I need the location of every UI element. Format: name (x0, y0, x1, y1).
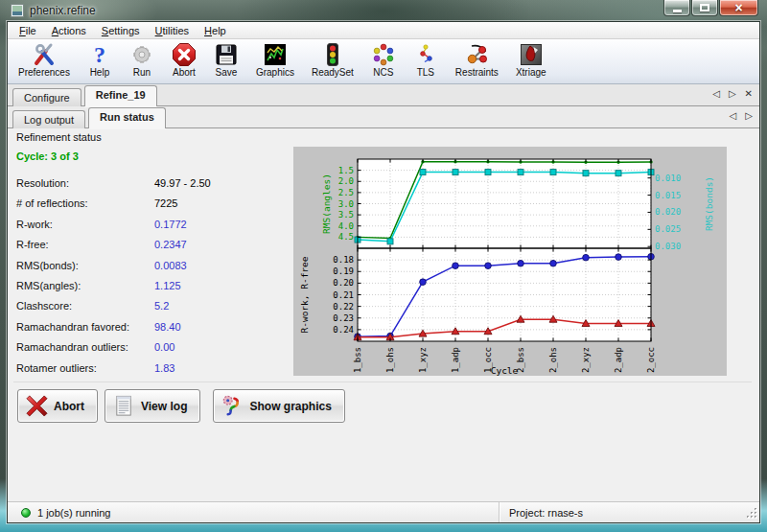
button-label: View log (141, 400, 187, 413)
field-value: 49.97 - 2.50 (154, 177, 211, 189)
svg-text:1_adp: 1_adp (451, 347, 460, 373)
field-label: R-work: (16, 219, 154, 230)
sub-tab-bar: Log outputRun status ◁ ▷ (8, 106, 759, 128)
tab-close-button[interactable]: ✕ (745, 89, 753, 99)
field-label: R-free: (16, 239, 154, 250)
field-value: 98.40 (154, 321, 181, 333)
menu-utilities[interactable]: Utilities (148, 23, 197, 38)
subtab-scroll-right-button[interactable]: ▷ (745, 111, 753, 121)
abort-x-icon (25, 394, 49, 418)
titlebar[interactable]: phenix.refine (0, 0, 767, 21)
svg-text:1.5: 1.5 (338, 166, 354, 175)
menu-file[interactable]: File (12, 23, 44, 38)
field-value: 0.00 (154, 341, 174, 353)
minimize-button[interactable] (663, 0, 690, 16)
toolbar-run-button[interactable]: Run (121, 41, 163, 79)
toolbar-tls-button[interactable]: TLS (405, 41, 447, 79)
field-row-resolution: Resolution:49.97 - 2.50 (16, 177, 290, 189)
close-button[interactable] (719, 0, 758, 16)
svg-text:Cycle: Cycle (491, 365, 519, 376)
field-row-of-reflections: # of reflections:7225 (16, 197, 290, 209)
status-bar: 1 job(s) running Project: rnase-s (8, 501, 759, 522)
svg-text:2.0: 2.0 (338, 176, 354, 186)
menu-help[interactable]: Help (197, 23, 234, 38)
viewlog-icon (112, 394, 136, 418)
graphics-icon (263, 42, 288, 67)
refinement-progress-chart: 1.52.02.53.03.54.04.50.0100.0150.0200.02… (293, 147, 727, 376)
subtab-scroll-left-button[interactable]: ◁ (730, 111, 737, 121)
tab-scroll-left-button[interactable]: ◁ (712, 89, 720, 99)
maximize-button[interactable] (691, 0, 718, 16)
svg-text:2_adp: 2_adp (614, 347, 623, 373)
tab-refine-19[interactable]: Refine_19 (84, 85, 157, 106)
toolbar-xtriage-button[interactable]: Xtriage (507, 41, 555, 79)
svg-text:R-work, R-free: R-work, R-free (299, 256, 310, 333)
toolbar-label: Help (90, 67, 110, 78)
field-label: # of reflections: (16, 197, 154, 209)
menu-settings[interactable]: Settings (94, 23, 148, 38)
svg-text:1_xyz: 1_xyz (418, 347, 428, 373)
field-value: 7225 (154, 197, 177, 209)
field-row-rotamer-outliers: Rotamer outliers:1.83 (16, 362, 290, 374)
toolbar-preferences-button[interactable]: Preferences (10, 41, 79, 79)
minimize-icon (673, 10, 682, 12)
button-label: Abort (54, 400, 84, 413)
field-label: Ramachandran favored: (16, 321, 154, 333)
field-value: 0.2347 (154, 239, 187, 250)
svg-text:3.0: 3.0 (338, 199, 354, 209)
toolbar-label: Save (216, 67, 238, 78)
toolbar-label: TLS (417, 67, 434, 78)
show-graphics-button[interactable]: Show graphics (213, 389, 344, 423)
field-row-ramachandran-favored: Ramachandran favored:98.40 (16, 321, 290, 333)
field-row-ramachandran-outliers: Ramachandran outliers:0.00 (16, 341, 290, 353)
toolbar-label: Xtriage (516, 67, 546, 78)
tab-scroll-right-button[interactable]: ▷ (729, 89, 736, 99)
sub-tab-controls: ◁ ▷ (730, 111, 753, 121)
svg-text:2_xyz: 2_xyz (581, 347, 591, 373)
abort-button[interactable]: Abort (17, 389, 98, 423)
menu-actions[interactable]: Actions (44, 23, 94, 38)
toolbar-graphics-button[interactable]: Graphics (247, 41, 303, 79)
window-controls (662, 0, 758, 16)
project-status-cell: Project: rnase-s (500, 502, 759, 522)
subtab-log-output[interactable]: Log output (12, 110, 85, 128)
field-row-r-work: R-work:0.1772 (16, 219, 290, 230)
toolbar-abort-button[interactable]: Abort (163, 41, 205, 79)
main-tab-bar: ConfigureRefine_19 ◁ ▷ ✕ (8, 84, 759, 106)
window-body: FileActionsSettingsUtilitiesHelp Prefere… (7, 21, 760, 523)
resize-grip[interactable] (746, 507, 758, 521)
job-running-indicator (21, 508, 31, 518)
svg-text:0.21: 0.21 (333, 290, 354, 300)
tls-icon (413, 42, 438, 67)
field-row-r-free: R-free:0.2347 (16, 239, 290, 250)
field-value: 1.125 (154, 280, 181, 291)
toolbar-restraints-button[interactable]: Restraints (447, 41, 507, 79)
field-label: Rotamer outliers: (16, 362, 154, 374)
field-value: 0.0083 (154, 260, 187, 271)
section-heading: Refinement status (16, 131, 102, 143)
toolbar-readyset-button[interactable]: ReadySet (303, 41, 362, 79)
main-tab-controls: ◁ ▷ ✕ (712, 89, 753, 99)
field-label: Ramachandran outliers: (16, 341, 154, 353)
toolbar-help-button[interactable]: ?Help (79, 41, 121, 79)
xtriage-icon (519, 42, 544, 67)
view-log-button[interactable]: View log (105, 389, 200, 423)
field-label: Resolution: (16, 177, 154, 189)
maximize-icon (700, 4, 709, 12)
svg-text:1_bss: 1_bss (353, 347, 362, 373)
field-value: 5.2 (154, 300, 169, 312)
ncs-icon (371, 42, 396, 67)
subtab-run-status[interactable]: Run status (88, 107, 166, 128)
action-button-row: AbortView logShow graphics (17, 389, 352, 423)
svg-text:0.20: 0.20 (333, 278, 354, 288)
panel-divider (13, 382, 752, 382)
svg-text:0.010: 0.010 (655, 173, 681, 183)
job-status-cell: 1 job(s) running (8, 502, 500, 522)
toolbar-save-button[interactable]: Save (205, 41, 247, 79)
toolbar-label: Run (133, 67, 151, 78)
svg-text:RMS(angles): RMS(angles) (321, 173, 332, 234)
toolbar-ncs-button[interactable]: NCS (362, 41, 405, 79)
svg-text:2_ohs: 2_ohs (548, 347, 558, 373)
window-title: phenix.refine (30, 4, 96, 17)
tab-configure[interactable]: Configure (12, 88, 81, 106)
